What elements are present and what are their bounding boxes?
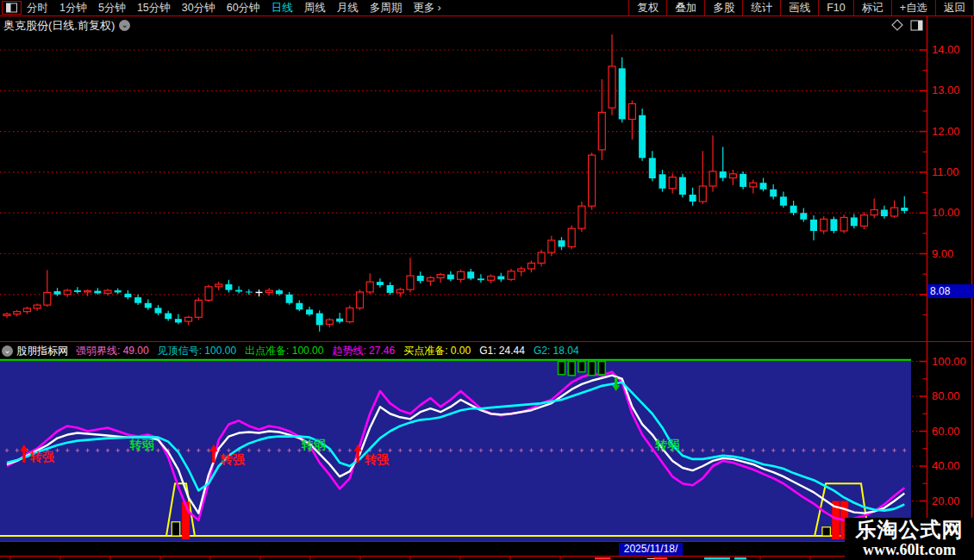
signal-label: 转强 — [364, 452, 390, 466]
period-item-分时[interactable]: 分时 — [27, 1, 48, 16]
trading-app-window: { "toolbar": { "items_left": ["分时","1分钟"… — [0, 0, 974, 560]
tool-item-标记[interactable]: 标记 — [853, 0, 891, 16]
chevron-down-icon[interactable]: ⌄ — [2, 345, 13, 357]
window-split-icon[interactable] — [2, 1, 22, 15]
axis-label: 12.00 — [932, 125, 971, 138]
chart-titlebar: 奥克股份(日线.前复权) ⌄ — [0, 17, 927, 34]
period-item-更多 ›[interactable]: 更多 › — [413, 1, 441, 16]
axis-label: 10.00 — [932, 206, 971, 219]
readout-出点准备: 出点准备: 100.00 — [245, 345, 323, 357]
period-item-30分钟[interactable]: 30分钟 — [182, 1, 215, 16]
readout-G1: G1: 24.44 — [479, 345, 525, 357]
stock-title[interactable]: 奥克股份(日线.前复权) — [3, 18, 115, 34]
tool-item-返回[interactable]: 返回 — [935, 0, 974, 16]
watermark: 乐淘公式网 www.60lt.com — [845, 518, 974, 560]
split-pane-icon[interactable] — [910, 20, 924, 31]
period-item-周线[interactable]: 周线 — [304, 1, 326, 16]
period-item-多周期[interactable]: 多周期 — [370, 1, 403, 16]
readout-强弱界线: 强弱界线: 49.00 — [76, 345, 149, 357]
axis-label: 9.00 — [932, 247, 971, 260]
readout-G2: G2: 18.04 — [534, 345, 579, 357]
titlebar-right-icons — [891, 18, 924, 32]
axis-label: 11.00 — [932, 165, 971, 178]
axis-label: 100.00 — [932, 355, 971, 368]
signal-label: 转强 — [220, 452, 246, 466]
date-axis: 2025年 9101112 — [0, 542, 974, 556]
period-item-日线[interactable]: 日线 — [272, 1, 293, 16]
readout-买点准备: 买点准备: 0.00 — [403, 345, 471, 357]
axis-label: 13.00 — [932, 84, 971, 96]
selected-date-badge: 2025/11/18/二 — [619, 543, 683, 556]
tool-item-复权[interactable]: 复权 — [628, 0, 666, 16]
chevron-down-icon[interactable]: ⌄ — [119, 20, 130, 31]
indicator-source[interactable]: 股朋指标网 — [16, 344, 68, 358]
period-item-月线[interactable]: 月线 — [337, 1, 359, 16]
watermark-url: www.60lt.com — [845, 541, 974, 558]
axis-label: 14.00 — [932, 43, 971, 56]
period-item-15分钟[interactable]: 15分钟 — [137, 1, 171, 16]
readout-趋势线: 趋势线: 27.46 — [332, 345, 395, 357]
diamond-icon[interactable] — [891, 19, 903, 31]
period-item-60分钟[interactable]: 60分钟 — [227, 1, 260, 16]
period-item-1分钟[interactable]: 1分钟 — [59, 1, 87, 16]
axis-label: 40.00 — [932, 459, 971, 472]
top-toolbar: 分时1分钟5分钟15分钟30分钟60分钟日线周线月线多周期更多 › 复权叠加多股… — [0, 0, 974, 16]
signal-label: 转弱 — [301, 438, 326, 451]
last-price-marker: 8.08 — [927, 284, 974, 298]
axis-label: 80.00 — [932, 389, 971, 402]
tool-item-画线[interactable]: 画线 — [780, 0, 818, 16]
readout-见顶信号: 见顶信号: 100.00 — [158, 345, 236, 357]
axis-label: 60.00 — [932, 425, 971, 438]
tool-item-多股[interactable]: 多股 — [704, 0, 742, 16]
tool-menu: 复权叠加多股统计画线F10标记+自选返回 — [628, 0, 974, 16]
signal-label: 转强 — [29, 450, 55, 464]
watermark-site-name: 乐淘公式网 — [845, 518, 974, 541]
tool-item-+自选[interactable]: +自选 — [891, 0, 935, 16]
signal-label: 转弱 — [129, 438, 154, 451]
chart-canvas[interactable]: 转强转弱转强转弱转强转弱 — [0, 0, 974, 560]
period-menu: 分时1分钟5分钟15分钟30分钟60分钟日线周线月线多周期更多 › — [27, 1, 453, 16]
period-item-5分钟[interactable]: 5分钟 — [98, 1, 126, 16]
signal-label: 转弱 — [654, 438, 679, 451]
tool-item-统计[interactable]: 统计 — [742, 0, 780, 16]
tool-item-叠加[interactable]: 叠加 — [666, 0, 704, 16]
axis-label: 20.00 — [932, 495, 971, 507]
indicator-readouts: 强弱界线: 49.00见顶信号: 100.00出点准备: 100.00趋势线: … — [76, 344, 588, 358]
tool-item-F10[interactable]: F10 — [818, 0, 853, 16]
indicator-header: ⌄ 股朋指标网 强弱界线: 49.00见顶信号: 100.00出点准备: 100… — [0, 342, 927, 359]
